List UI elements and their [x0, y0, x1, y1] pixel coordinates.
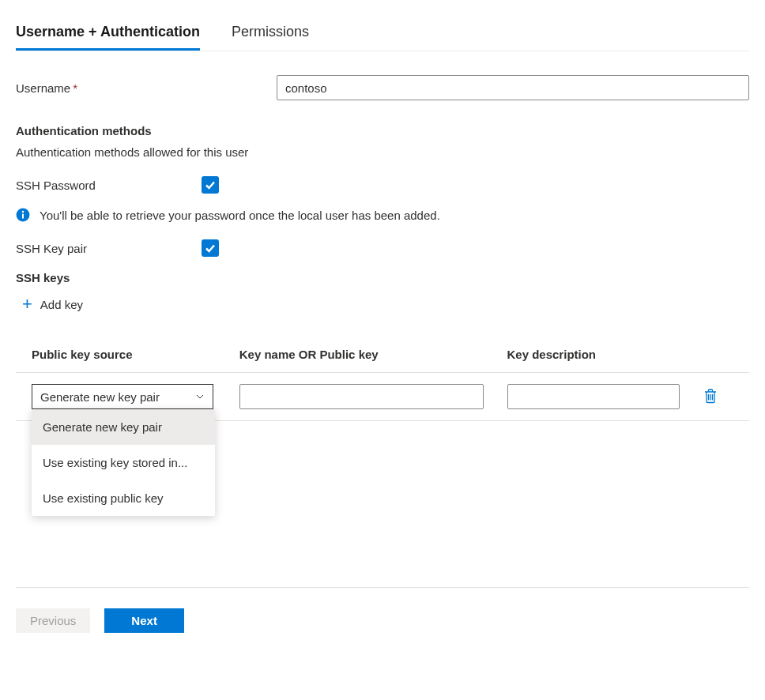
ssh-password-label: SSH Password	[16, 179, 202, 192]
info-icon	[16, 208, 30, 222]
ssh-keypair-label: SSH Key pair	[16, 242, 202, 255]
table-row: Generate new key pair Generate new key p…	[16, 373, 749, 421]
key-source-select: Generate new key pair Generate new key p…	[32, 384, 213, 409]
next-button[interactable]: Next	[104, 608, 184, 633]
info-text: You'll be able to retrieve your password…	[40, 209, 440, 222]
dropdown-option[interactable]: Generate new key pair	[32, 409, 215, 445]
username-input[interactable]	[277, 75, 749, 100]
required-asterisk: *	[73, 81, 77, 95]
trash-icon	[703, 388, 718, 404]
auth-methods-subheading: Authentication methods allowed for this …	[16, 145, 749, 159]
dropdown-option[interactable]: Use existing public key	[32, 480, 215, 516]
info-row: You'll be able to retrieve your password…	[16, 208, 749, 222]
check-icon	[204, 242, 217, 254]
col-header-name-or-key: Key name OR Public key	[239, 348, 484, 361]
delete-key-button[interactable]	[703, 384, 718, 408]
svg-point-1	[22, 211, 24, 213]
add-key-button[interactable]: + Add key	[16, 292, 89, 316]
previous-button[interactable]: Previous	[16, 608, 90, 633]
username-label: Username*	[16, 81, 277, 95]
ssh-password-checkbox[interactable]	[202, 176, 219, 194]
dropdown-option[interactable]: Use existing key stored in...	[32, 445, 215, 480]
ssh-keys-heading: SSH keys	[16, 271, 749, 284]
username-row: Username*	[16, 75, 749, 100]
key-description-input[interactable]	[507, 384, 680, 409]
auth-methods-heading: Authentication methods	[16, 124, 749, 137]
col-header-source: Public key source	[32, 348, 216, 361]
check-icon	[204, 179, 217, 191]
tab-bar: Username + Authentication Permissions	[16, 16, 749, 51]
plus-icon: +	[22, 295, 32, 313]
svg-rect-2	[22, 214, 24, 219]
key-name-input[interactable]	[239, 384, 484, 409]
ssh-keypair-row: SSH Key pair	[16, 239, 749, 257]
tab-permissions[interactable]: Permissions	[232, 16, 309, 51]
ssh-password-row: SSH Password	[16, 176, 749, 194]
key-source-select-button[interactable]: Generate new key pair	[32, 384, 213, 409]
chevron-down-icon	[195, 392, 205, 401]
keys-table-header: Public key source Key name OR Public key…	[16, 348, 749, 373]
key-source-selected-value: Generate new key pair	[40, 390, 160, 404]
footer: Previous Next	[16, 587, 749, 633]
ssh-keypair-checkbox[interactable]	[202, 239, 219, 257]
key-source-dropdown: Generate new key pair Use existing key s…	[32, 409, 215, 516]
col-header-desc: Key description	[507, 348, 680, 361]
tab-username-auth[interactable]: Username + Authentication	[16, 16, 200, 51]
add-key-label: Add key	[40, 298, 83, 311]
